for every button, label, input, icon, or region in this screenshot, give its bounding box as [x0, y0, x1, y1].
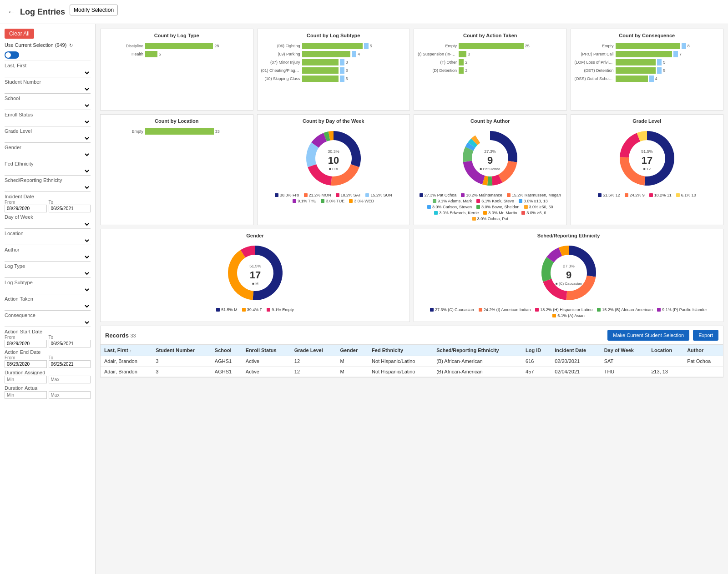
- bar-row: (01) Cheating/Plagiarism3: [261, 67, 406, 74]
- filter-author: Author: [5, 247, 91, 262]
- col-incident-date[interactable]: Incident Date: [551, 345, 601, 356]
- bar-label: (01) Cheating/Plagiarism: [261, 68, 302, 73]
- table-row[interactable]: Adair, Brandon3AGHS1Active12MNot Hispani…: [101, 367, 723, 377]
- chart-donut-sched/reporting-ethnicity: Sched/Reporting Ethnicity27.3%9■ (C) Cau…: [414, 229, 723, 322]
- legend-color: [476, 205, 480, 209]
- table-row[interactable]: Adair, Brandon3AGHS1Active12MNot Hispani…: [101, 356, 723, 367]
- svg-text:27.3%: 27.3%: [563, 264, 575, 268]
- col-location[interactable]: Location: [647, 345, 683, 356]
- bar-fill: [616, 43, 680, 49]
- filter-fed-ethnicity-select[interactable]: [5, 167, 91, 176]
- bar-row: (OSS) Out of School Suspension4: [575, 76, 720, 82]
- bar-secondary: [340, 76, 344, 82]
- table-cell: 3: [152, 367, 211, 377]
- action-end-to[interactable]: [49, 360, 91, 368]
- duration-actual-min[interactable]: [5, 391, 47, 399]
- bar-fill: [302, 51, 351, 57]
- table-cell: Adair, Brandon: [101, 367, 152, 377]
- filter-sched-reporting-ethnicity-label: Sched/Reporting Ethnicity: [5, 177, 91, 183]
- table-cell: 616: [522, 356, 551, 367]
- donut-container: 51.5%17■ 1251.5% 1224.2% 918.2% 116.1% 1…: [575, 126, 720, 197]
- bar-fill: [302, 76, 339, 82]
- filter-enroll-status-select[interactable]: [5, 118, 91, 126]
- table-cell: 12: [291, 367, 337, 377]
- legend-color: [524, 205, 528, 209]
- table-cell: SAT: [601, 356, 648, 367]
- bar-row: Health5: [104, 51, 249, 57]
- col-last-first[interactable]: Last, First ↑: [101, 345, 152, 356]
- filter-last-first-select[interactable]: [5, 69, 91, 77]
- bar-fill: [145, 43, 213, 49]
- donut-segment: [463, 161, 485, 185]
- bar-container: 33: [145, 128, 249, 135]
- duration-actual-max[interactable]: [49, 391, 91, 399]
- refresh-icon[interactable]: ↻: [69, 43, 73, 48]
- bar-secondary: [673, 51, 678, 57]
- legend-item: 6.1% 10: [676, 193, 696, 197]
- table-cell: Active: [242, 367, 291, 377]
- filter-day-of-week-select[interactable]: [5, 220, 91, 229]
- export-button[interactable]: Export: [693, 330, 718, 341]
- filter-grade-level-select[interactable]: [5, 134, 91, 143]
- filter-sched-reporting-ethnicity-select[interactable]: [5, 183, 91, 192]
- col-fed-ethnicity[interactable]: Fed Ethnicity: [368, 345, 433, 356]
- clear-all-button[interactable]: Clear All: [5, 29, 34, 39]
- duration-assigned-max[interactable]: [49, 376, 91, 383]
- use-current-selection: Use Current Selection (649) ↻: [5, 42, 91, 48]
- bar-value: 25: [525, 44, 530, 48]
- records-table: Last, First ↑ Student Number School Enro…: [101, 345, 723, 377]
- action-start-from[interactable]: [5, 340, 47, 347]
- legend-item: 39.4% F: [242, 307, 263, 312]
- bar-value: 5: [159, 52, 161, 56]
- filter-log-subtype-select[interactable]: [5, 286, 91, 294]
- make-current-selection-button[interactable]: Make Current Student Selection: [607, 330, 689, 341]
- action-end-from[interactable]: [5, 360, 47, 368]
- legend-color: [420, 193, 423, 197]
- duration-assigned-min[interactable]: [5, 376, 47, 383]
- filter-action-start-date: Action Start Date From To: [5, 329, 91, 347]
- incident-date-from[interactable]: [5, 205, 47, 212]
- table-cell: ≥13, 13: [647, 367, 683, 377]
- legend-item: 3.0% TUE: [321, 199, 344, 203]
- legend-label: 3.0% Bowe, Sheldon: [481, 205, 520, 209]
- incident-date-to[interactable]: [49, 205, 91, 212]
- use-current-toggle[interactable]: [5, 51, 19, 59]
- col-student-number[interactable]: Student Number: [152, 345, 211, 356]
- bar-value: 4: [655, 76, 657, 81]
- col-school[interactable]: School: [211, 345, 242, 356]
- filter-school-select[interactable]: [5, 101, 91, 110]
- bar-secondary: [340, 59, 344, 65]
- modify-selection-button[interactable]: Modify Selection: [70, 5, 118, 15]
- filter-location-select[interactable]: [5, 237, 91, 245]
- filter-gender-select[interactable]: [5, 151, 91, 159]
- bar-container: 5: [616, 59, 720, 65]
- col-gender[interactable]: Gender: [337, 345, 369, 356]
- action-start-to[interactable]: [49, 340, 91, 347]
- col-author[interactable]: Author: [683, 345, 723, 356]
- col-grade-level[interactable]: Grade Level: [291, 345, 337, 356]
- donut-svg: 51.5%17■ 12: [615, 126, 679, 190]
- bar-container: 5: [145, 51, 249, 57]
- col-sched-reporting-ethnicity[interactable]: Sched/Reporting Ethnicity: [433, 345, 522, 356]
- bar-label: (LOF) Loss of Privilege: [575, 60, 616, 65]
- table-cell: (B) African-American: [433, 367, 522, 377]
- filter-action-taken-select[interactable]: [5, 302, 91, 311]
- bar-fill: [459, 67, 464, 74]
- filter-log-type-select[interactable]: [5, 269, 91, 278]
- legend-label: 3.0% Carlson, Steven: [432, 205, 472, 209]
- legend-label: 24.2% 9: [630, 193, 645, 197]
- back-button[interactable]: ←: [7, 7, 15, 17]
- table-cell: M: [337, 367, 369, 377]
- filter-consequence-select[interactable]: [5, 318, 91, 327]
- filter-student-number-select[interactable]: [5, 85, 91, 94]
- col-day-of-week[interactable]: Day of Week: [601, 345, 648, 356]
- bar-secondary: [657, 67, 662, 74]
- legend-color: [293, 199, 296, 203]
- legend-item: 27.3% Pat Ochoa: [420, 193, 457, 197]
- col-log-id[interactable]: Log ID: [522, 345, 551, 356]
- filter-author-select[interactable]: [5, 253, 91, 262]
- legend-label: 18.2% Maintenance: [466, 193, 502, 197]
- filter-school: School: [5, 96, 91, 110]
- svg-text:27.3%: 27.3%: [484, 149, 496, 154]
- col-enroll-status[interactable]: Enroll Status: [242, 345, 291, 356]
